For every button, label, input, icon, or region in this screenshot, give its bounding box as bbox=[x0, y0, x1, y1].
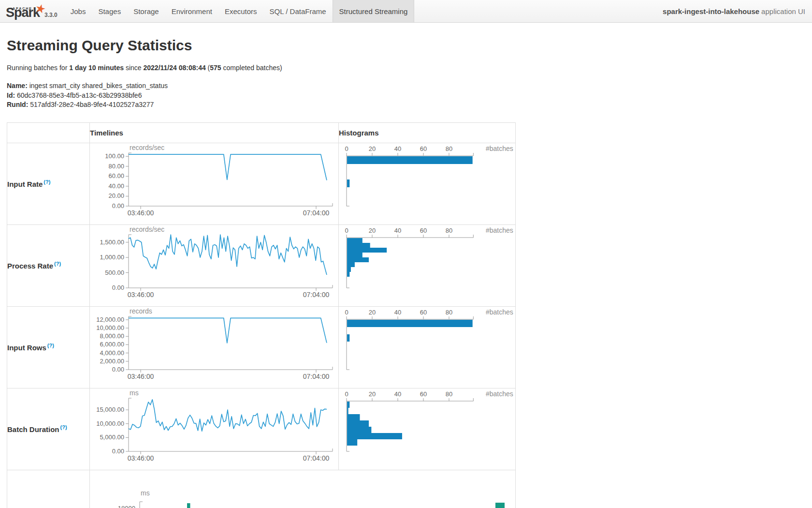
page-title: Streaming Query Statistics bbox=[7, 37, 805, 54]
svg-text:500.00: 500.00 bbox=[105, 269, 124, 276]
svg-text:80.00: 80.00 bbox=[108, 162, 124, 169]
input-rate-timeline-chart: records/sec100.0080.0060.0040.0020.000.0… bbox=[90, 143, 339, 224]
svg-text:#batches: #batches bbox=[486, 226, 513, 234]
svg-text:0: 0 bbox=[345, 309, 348, 316]
svg-text:records: records bbox=[130, 307, 152, 315]
svg-text:18000: 18000 bbox=[118, 505, 135, 508]
spark-logo[interactable]: APACHE Spark ★ 3.3.0 bbox=[0, 0, 61, 22]
svg-text:60: 60 bbox=[420, 145, 427, 152]
svg-text:0.00: 0.00 bbox=[112, 284, 124, 291]
tab-storage[interactable]: Storage bbox=[127, 0, 165, 22]
svg-text:07:04:00: 07:04:00 bbox=[303, 209, 330, 217]
query-runid-line: RunId: 517afd3f-28e2-4ba8-9fe4-4102527a3… bbox=[7, 100, 805, 110]
svg-text:10,000.00: 10,000.00 bbox=[96, 419, 124, 427]
batch-duration-timeline-chart: ms15,000.0010,000.005,000.000.0003:46:00… bbox=[90, 388, 339, 470]
input-rows-histogram-chart: #batches020406080 bbox=[339, 307, 516, 388]
statistics-table: Timelines Histograms Input Rate(?) recor… bbox=[7, 122, 516, 508]
svg-text:60: 60 bbox=[420, 309, 427, 316]
tab-jobs[interactable]: Jobs bbox=[64, 0, 92, 22]
row-label-input-rows: Input Rows(?) bbox=[7, 306, 90, 388]
svg-text:80: 80 bbox=[446, 145, 452, 152]
header-timelines: Timelines bbox=[90, 122, 339, 143]
help-icon[interactable]: (?) bbox=[44, 179, 50, 185]
tab-environment[interactable]: Environment bbox=[165, 0, 218, 22]
svg-text:12,000.00: 12,000.00 bbox=[96, 315, 124, 323]
running-duration: 1 day 10 minutes bbox=[69, 64, 124, 72]
svg-text:03:46:00: 03:46:00 bbox=[128, 209, 154, 217]
running-batches-line: Running batches for 1 day 10 minutes sin… bbox=[7, 64, 805, 72]
svg-text:0.00: 0.00 bbox=[112, 202, 124, 209]
table-row: Input Rate(?) records/sec100.0080.0060.0… bbox=[7, 143, 516, 224]
svg-text:#batches: #batches bbox=[486, 308, 513, 316]
help-icon[interactable]: (?) bbox=[60, 424, 67, 430]
input-rate-histogram-chart: #batches020406080 bbox=[339, 143, 516, 224]
help-icon[interactable]: (?) bbox=[54, 261, 61, 267]
tab-executors[interactable]: Executors bbox=[218, 0, 263, 22]
svg-text:1,000.00: 1,000.00 bbox=[100, 254, 124, 261]
svg-text:03:46:00: 03:46:00 bbox=[128, 373, 154, 380]
svg-text:4,000.00: 4,000.00 bbox=[100, 349, 124, 356]
svg-text:07:04:00: 07:04:00 bbox=[303, 291, 330, 299]
process-rate-histogram-chart: #batches020406080 bbox=[339, 225, 516, 306]
svg-text:80: 80 bbox=[446, 390, 452, 398]
svg-text:ms: ms bbox=[141, 490, 150, 497]
row-label-process-rate: Process Rate(?) bbox=[7, 224, 90, 306]
svg-text:03:46:00: 03:46:00 bbox=[128, 291, 154, 299]
svg-text:6,000.00: 6,000.00 bbox=[100, 341, 124, 348]
svg-text:100.00: 100.00 bbox=[105, 152, 124, 160]
svg-text:20.00: 20.00 bbox=[108, 192, 124, 199]
batch-duration-histogram-chart: #batches020406080 bbox=[339, 388, 516, 470]
application-suffix: application UI bbox=[761, 7, 805, 15]
svg-text:20: 20 bbox=[369, 390, 376, 398]
running-since: 2022/11/24 08:08:44 bbox=[144, 64, 206, 72]
input-rows-timeline-chart: records12,000.0010,000.008,000.006,000.0… bbox=[90, 307, 339, 388]
svg-text:60: 60 bbox=[420, 390, 427, 398]
svg-text:0: 0 bbox=[345, 227, 348, 234]
svg-text:ms: ms bbox=[130, 389, 139, 397]
svg-text:07:04:00: 07:04:00 bbox=[303, 454, 330, 462]
tab-stages[interactable]: Stages bbox=[92, 0, 127, 22]
row-label-operation-duration bbox=[7, 470, 90, 508]
operation-duration-stacked-chart: ms180001600014000 bbox=[90, 490, 516, 508]
svg-text:60: 60 bbox=[420, 227, 427, 234]
header-empty bbox=[7, 122, 90, 143]
top-navbar: APACHE Spark ★ 3.3.0 Jobs Stages Storage… bbox=[0, 0, 812, 23]
help-icon[interactable]: (?) bbox=[47, 343, 54, 348]
svg-text:10,000.00: 10,000.00 bbox=[96, 324, 124, 331]
svg-text:20: 20 bbox=[369, 309, 376, 316]
tab-sql-dataframe[interactable]: SQL / DataFrame bbox=[263, 0, 333, 22]
svg-text:60.00: 60.00 bbox=[108, 172, 124, 179]
svg-text:0: 0 bbox=[345, 390, 348, 398]
application-title: spark-ingest-into-lakehouse application … bbox=[663, 0, 812, 22]
table-row: Input Rows(?) records12,000.0010,000.008… bbox=[7, 306, 516, 388]
svg-text:03:46:00: 03:46:00 bbox=[128, 454, 154, 462]
svg-text:80: 80 bbox=[446, 227, 452, 234]
completed-batches-count: 575 bbox=[210, 64, 221, 72]
svg-text:5,000.00: 5,000.00 bbox=[100, 433, 124, 441]
table-row: Batch Duration(?) ms15,000.0010,000.005,… bbox=[7, 388, 516, 470]
spark-version: 3.3.0 bbox=[44, 12, 58, 19]
svg-text:40: 40 bbox=[394, 145, 401, 152]
application-name: spark-ingest-into-lakehouse bbox=[663, 7, 759, 15]
svg-text:#batches: #batches bbox=[486, 390, 513, 398]
svg-text:8,000.00: 8,000.00 bbox=[100, 332, 124, 340]
header-histograms: Histograms bbox=[339, 122, 516, 143]
svg-text:40: 40 bbox=[394, 227, 401, 234]
row-label-batch-duration: Batch Duration(?) bbox=[7, 388, 90, 470]
svg-text:2,000.00: 2,000.00 bbox=[100, 357, 124, 364]
table-row: Process Rate(?) records/sec1,500.001,000… bbox=[7, 224, 516, 306]
svg-text:20: 20 bbox=[369, 227, 376, 234]
svg-text:07:04:00: 07:04:00 bbox=[303, 373, 330, 380]
svg-text:15,000.00: 15,000.00 bbox=[96, 406, 124, 413]
legend-swatch bbox=[495, 503, 505, 508]
svg-text:40.00: 40.00 bbox=[108, 182, 124, 189]
process-rate-timeline-chart: records/sec1,500.001,000.00500.000.0003:… bbox=[90, 225, 339, 306]
svg-text:40: 40 bbox=[394, 309, 401, 316]
svg-text:0.00: 0.00 bbox=[112, 448, 124, 455]
svg-text:#batches: #batches bbox=[486, 145, 513, 152]
svg-text:0: 0 bbox=[345, 145, 348, 152]
table-row: ms180001600014000 bbox=[7, 470, 516, 508]
svg-text:80: 80 bbox=[446, 309, 452, 316]
query-name-line: Name: ingest smart_city shared_bikes_sta… bbox=[7, 81, 805, 91]
tab-structured-streaming[interactable]: Structured Streaming bbox=[333, 0, 415, 22]
